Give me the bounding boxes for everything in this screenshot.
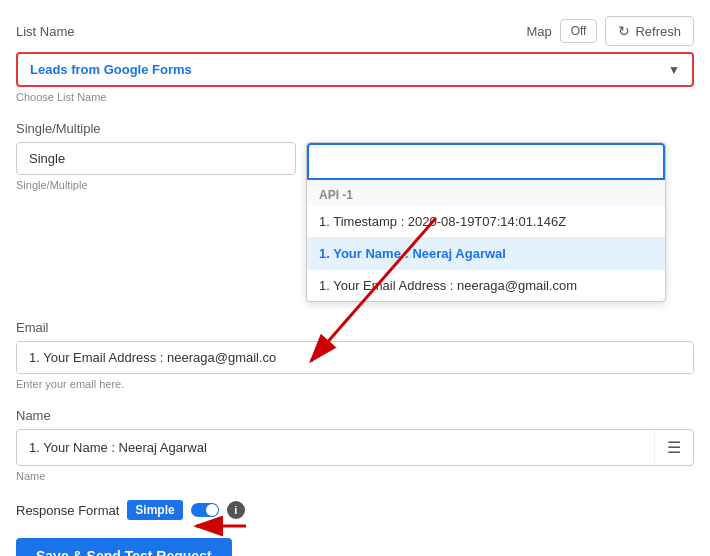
refresh-button[interactable]: ↻ Refresh (605, 16, 694, 46)
list-name-value: Leads from Google Forms (30, 62, 192, 77)
dropdown-item-1[interactable]: 1. Timestamp : 2020-08-19T07:14:01.146Z (307, 206, 665, 238)
response-format-row: Response Format Simple i (16, 500, 694, 520)
email-input[interactable] (17, 342, 693, 373)
name-menu-icon[interactable]: ☰ (654, 430, 693, 465)
name-sub-label: Name (16, 470, 694, 482)
simple-badge: Simple (127, 500, 182, 520)
name-field-row: ☰ (16, 429, 694, 466)
name-input[interactable] (17, 432, 654, 463)
info-icon[interactable]: i (227, 501, 245, 519)
email-label: Email (16, 320, 694, 335)
list-name-select[interactable]: Leads from Google Forms ▼ (16, 52, 694, 87)
email-sub-label: Enter your email here. (16, 378, 694, 390)
response-format-label: Response Format (16, 503, 119, 518)
single-multiple-sub-label: Single/Multiple (16, 179, 296, 191)
list-name-label: List Name (16, 24, 75, 39)
refresh-icon: ↻ (618, 23, 630, 39)
refresh-label: Refresh (635, 24, 681, 39)
map-toggle-button[interactable]: Off (560, 19, 598, 43)
list-name-arrow-icon: ▼ (668, 63, 680, 77)
dropdown-group-label: API -1 (307, 180, 665, 206)
save-button[interactable]: Save & Send Test Request (16, 538, 232, 556)
dropdown-item-2[interactable]: 1. Your Name : Neeraj Agarwal (307, 238, 665, 270)
toggle-switch[interactable] (191, 503, 219, 517)
email-field-row (16, 341, 694, 374)
single-multiple-label: Single/Multiple (16, 121, 694, 136)
single-multiple-input[interactable]: Single (16, 142, 296, 175)
dropdown-panel: API -1 1. Timestamp : 2020-08-19T07:14:0… (306, 142, 666, 302)
dropdown-search-input[interactable] (307, 143, 665, 180)
dropdown-item-3[interactable]: 1. Your Email Address : neeraga@gmail.co… (307, 270, 665, 301)
map-label: Map (526, 24, 551, 39)
name-label: Name (16, 408, 694, 423)
list-name-sub-label: Choose List Name (16, 91, 694, 103)
